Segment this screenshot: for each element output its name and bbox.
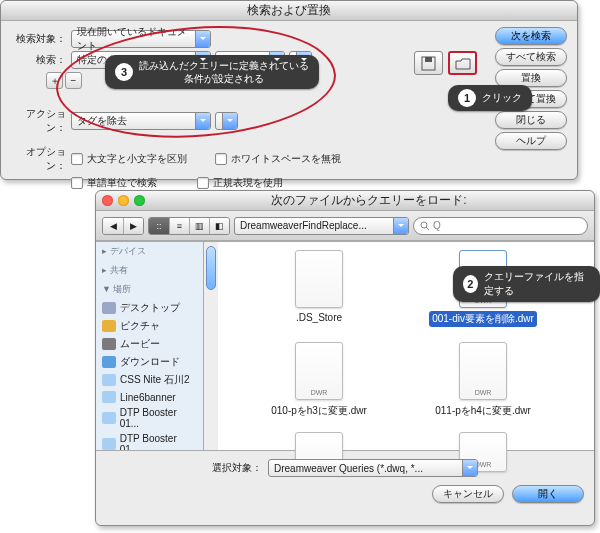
file-item[interactable]: 010-pをh3に変更.dwr [244,342,394,419]
find-all-button[interactable]: すべて検索 [495,48,567,66]
callout-1: 1クリック [448,85,532,111]
cancel-button[interactable]: キャンセル [432,485,504,503]
win1-titlebar: 検索および置換 [1,1,577,21]
open-button[interactable]: 開く [512,485,584,503]
win2-titlebar: 次のファイルからクエリーをロード: [96,191,594,211]
win1-title: 検索および置換 [7,2,571,19]
checkbox-regex[interactable] [197,177,209,189]
close-button[interactable]: 閉じる [495,111,567,129]
file-sidebar: ▸ デバイス ▸ 共有 ▼ 場所 デスクトップピクチャムービーダウンロードCSS… [96,242,204,450]
file-name: 001-div要素を削除.dwr [429,311,537,327]
label-target: 検索対象： [11,32,66,46]
checkbox-ws[interactable] [215,153,227,165]
pictures-icon [102,320,116,332]
checkbox-case[interactable] [71,153,83,165]
file-icon [295,342,343,400]
sidebar-item[interactable]: Line6banner [96,389,203,405]
file-filter-select[interactable]: Dreamweaver Queries (*.dwq, *... [268,459,478,477]
zoom-traffic-light[interactable] [134,195,145,206]
help-button[interactable]: ヘルプ [495,132,567,150]
label-options: オプション： [11,145,66,173]
file-name: .DS_Store [293,311,345,324]
save-query-button[interactable] [414,51,443,75]
callout-2: 2クエリーファイルを指定する [453,266,600,302]
sidebar-item[interactable]: DTP Booster 01... [96,405,203,431]
win2-title: 次のファイルからクエリーをロード: [150,192,588,209]
add-rule-button[interactable]: ＋ [46,72,63,89]
search-icon [420,221,430,231]
sidebar-item[interactable]: ダウンロード [96,353,203,371]
find-next-button[interactable]: 次を検索 [495,27,567,45]
file-name: 010-pをh3に変更.dwr [268,403,370,419]
sidebar-item[interactable]: DTP Booster 01... [96,431,203,450]
movies-icon [102,338,116,350]
svg-line-3 [426,227,429,230]
sidebar-item[interactable]: CSS Nite 石川2 [96,371,203,389]
folder-icon [102,412,116,424]
remove-rule-button[interactable]: − [65,72,82,89]
file-item[interactable]: .DS_Store [244,250,394,324]
select-action[interactable]: タグを除去 [71,112,211,130]
nav-back-forward[interactable]: ◀▶ [102,217,144,235]
sidebar-group-devices[interactable]: デバイス [110,246,146,256]
close-traffic-light[interactable] [102,195,113,206]
load-query-button[interactable] [448,51,477,75]
file-icon [295,250,343,308]
file-item[interactable]: 011-pをh4に変更.dwr [408,342,558,419]
label-search: 検索： [11,53,66,67]
folder-icon [102,438,116,450]
sidebar-item[interactable]: ピクチャ [96,317,203,335]
callout-3: 3読み込んだクエリーに定義されている 条件が設定される [105,55,319,89]
sidebar-group-shared[interactable]: 共有 [110,265,128,275]
downloads-icon [102,356,116,368]
desktop-icon [102,302,116,314]
file-open-window: 次のファイルからクエリーをロード: ◀▶ ::≡▥◧ DreamweaverFi… [95,190,595,526]
select-target[interactable]: 現在開いているドキュメント [71,30,211,48]
sidebar-scrollbar[interactable] [204,242,218,450]
open-folder-icon [455,57,471,70]
sidebar-item[interactable]: ムービー [96,335,203,353]
select-small2[interactable] [215,112,238,130]
checkbox-word[interactable] [71,177,83,189]
sidebar-item[interactable]: デスクトップ [96,299,203,317]
sidebar-group-places[interactable]: 場所 [113,284,131,294]
minimize-traffic-light[interactable] [118,195,129,206]
folder-icon [102,391,116,403]
label-action: アクション： [11,107,66,135]
folder-icon [102,374,116,386]
file-name: 011-pをh4に変更.dwr [432,403,534,419]
floppy-icon [421,56,436,71]
search-field[interactable]: Q [413,217,588,235]
svg-rect-1 [425,57,432,62]
file-icon [459,342,507,400]
file-toolbar: ◀▶ ::≡▥◧ DreamweaverFindReplace... Q [96,211,594,241]
view-mode-segment[interactable]: ::≡▥◧ [148,217,230,235]
path-select[interactable]: DreamweaverFindReplace... [234,217,409,235]
